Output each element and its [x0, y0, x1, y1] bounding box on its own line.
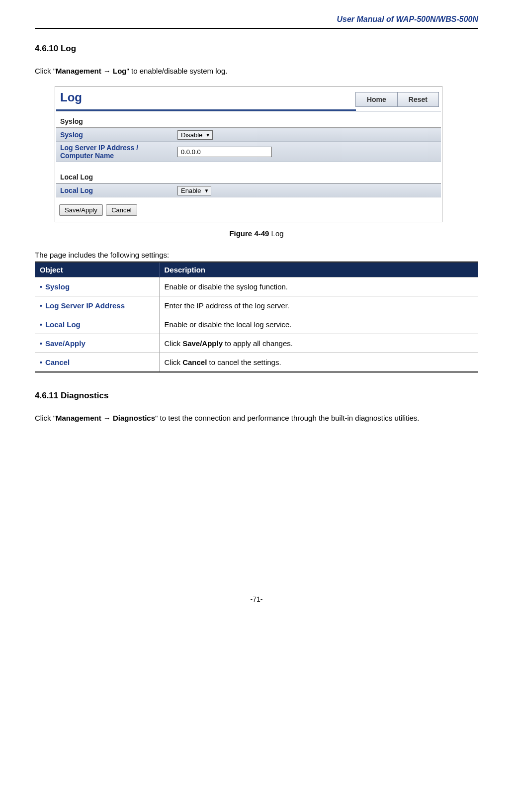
table-cell-object: •Log Server IP Address — [35, 296, 159, 315]
intro-diagnostics: Click "Management → Diagnostics" to test… — [35, 410, 478, 426]
settings-header-object: Object — [35, 262, 159, 277]
figure-button-group: Home Reset — [356, 88, 441, 111]
desc-pre: Enable or disable the syslog function. — [165, 282, 288, 291]
table-cell-object: •Local Log — [35, 315, 159, 334]
logserver-label: Log Server IP Address / Computer Name — [56, 142, 175, 162]
table-cell-desc: Click Save/Apply to apply all changes. — [159, 334, 478, 353]
settings-header-row: Object Description — [35, 262, 478, 277]
settings-table: Object Description •Syslog Enable or dis… — [35, 261, 478, 373]
logserver-input[interactable]: 0.0.0.0 — [177, 147, 272, 157]
syslog-select[interactable]: Disable ▼ — [177, 130, 213, 140]
obj-label: Log Server IP Address — [45, 301, 125, 310]
intro-diag-suffix: " to test the connection and performance… — [155, 414, 419, 422]
obj-label: Cancel — [45, 358, 70, 366]
intro-diag-bold: Management → Diagnostics — [56, 414, 155, 422]
bullet-icon: • — [40, 340, 42, 348]
reset-button[interactable]: Reset — [397, 92, 439, 107]
desc-pre: Click — [165, 358, 183, 366]
intro-log-suffix: " to enable/disable system log. — [127, 67, 228, 75]
figure-log-screenshot: Log Home Reset Syslog Syslog Disable ▼ L… — [55, 86, 442, 222]
table-row: •Log Server IP Address Enter the IP addr… — [35, 296, 478, 315]
doc-header: User Manual of WAP-500N/WBS-500N — [35, 15, 478, 29]
locallog-select[interactable]: Enable ▼ — [177, 186, 211, 195]
cancel-button[interactable]: Cancel — [106, 204, 137, 216]
locallog-select-value: Enable — [181, 187, 201, 194]
table-cell-desc: Click Cancel to cancel the settings. — [159, 353, 478, 372]
figure-caption: Figure 4-49 Log — [35, 229, 478, 238]
obj-label: Save/Apply — [45, 339, 86, 348]
section-heading-diagnostics: 4.6.11 Diagnostics — [35, 391, 478, 401]
logserver-row: Log Server IP Address / Computer Name 0.… — [56, 141, 441, 162]
desc-pre: Enable or disable the local log service. — [165, 320, 292, 329]
chevron-down-icon: ▼ — [205, 132, 210, 138]
home-button[interactable]: Home — [355, 92, 398, 107]
figure-caption-rest: Log — [269, 229, 283, 238]
bullet-icon: • — [40, 359, 42, 366]
locallog-row: Local Log Enable ▼ — [56, 183, 441, 197]
table-cell-desc: Enable or disable the syslog function. — [159, 277, 478, 296]
intro-log-prefix: Click " — [35, 67, 56, 75]
table-row: •Cancel Click Cancel to cancel the setti… — [35, 353, 478, 372]
settings-intro: The page includes the following settings… — [35, 251, 478, 259]
desc-pre: Click — [165, 339, 183, 348]
intro-log-bold: Management → Log — [56, 67, 127, 75]
table-row: •Syslog Enable or disable the syslog fun… — [35, 277, 478, 296]
figure-caption-bold: Figure 4-49 — [229, 229, 269, 238]
syslog-row: Syslog Disable ▼ — [56, 128, 441, 142]
syslog-control: Disable ▼ — [175, 129, 215, 141]
desc-post: to apply all changes. — [223, 339, 293, 348]
locallog-group-heading: Local Log — [56, 162, 441, 183]
chevron-down-icon: ▼ — [204, 188, 209, 193]
figure-actions: Save/Apply Cancel — [56, 197, 441, 221]
figure-titlebar: Log Home Reset — [56, 88, 441, 111]
syslog-select-value: Disable — [181, 131, 202, 139]
bullet-icon: • — [40, 302, 42, 310]
page: User Manual of WAP-500N/WBS-500N 4.6.10 … — [0, 0, 513, 623]
table-row: •Save/Apply Click Save/Apply to apply al… — [35, 334, 478, 353]
section-heading-log: 4.6.10 Log — [35, 44, 478, 54]
logserver-control: 0.0.0.0 — [175, 145, 274, 159]
table-cell-object: •Save/Apply — [35, 334, 159, 353]
bullet-icon: • — [40, 321, 42, 329]
locallog-control: Enable ▼ — [175, 184, 213, 197]
intro-diag-prefix: Click " — [35, 414, 56, 422]
syslog-group-heading: Syslog — [56, 111, 441, 128]
bullet-icon: • — [40, 283, 42, 291]
settings-header-description: Description — [159, 262, 478, 277]
obj-label: Syslog — [45, 282, 70, 291]
save-apply-button[interactable]: Save/Apply — [59, 204, 103, 216]
locallog-label: Local Log — [56, 184, 175, 196]
desc-bold: Cancel — [182, 358, 207, 366]
figure-title: Log — [56, 88, 356, 111]
table-cell-object: •Cancel — [35, 353, 159, 372]
page-number: -71- — [35, 595, 478, 613]
intro-log: Click "Management → Log" to enable/disab… — [35, 63, 478, 79]
table-row: •Local Log Enable or disable the local l… — [35, 315, 478, 334]
desc-bold: Save/Apply — [182, 339, 223, 348]
obj-label: Local Log — [45, 320, 81, 329]
table-cell-object: •Syslog — [35, 277, 159, 296]
desc-pre: Enter the IP address of the log server. — [165, 301, 290, 310]
table-cell-desc: Enable or disable the local log service. — [159, 315, 478, 334]
desc-post: to cancel the settings. — [207, 358, 281, 366]
table-cell-desc: Enter the IP address of the log server. — [159, 296, 478, 315]
syslog-label: Syslog — [56, 129, 175, 141]
